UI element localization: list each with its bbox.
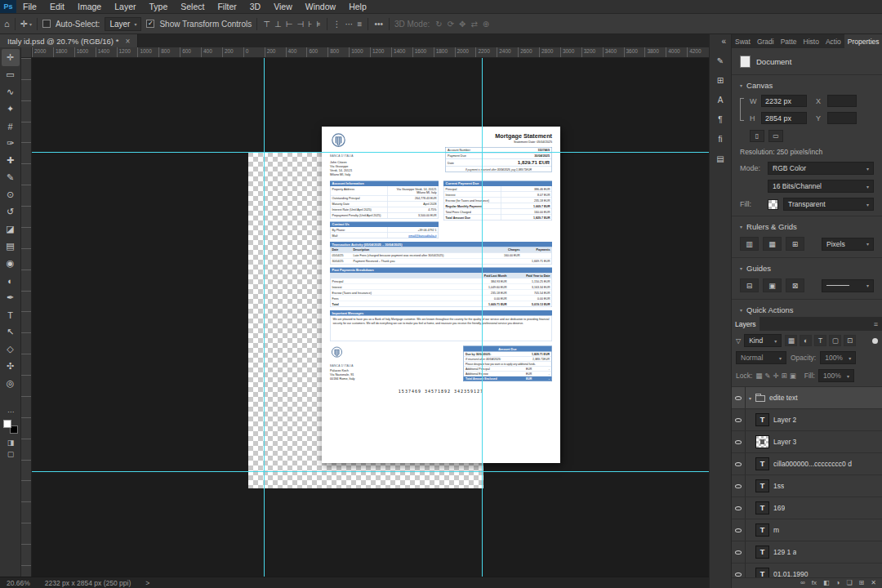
foreground-color-swatch[interactable] <box>3 420 11 428</box>
lasso-tool[interactable]: ∿ <box>2 83 20 100</box>
horizontal-guide[interactable] <box>32 471 709 472</box>
color-mode-dropdown[interactable]: RGB Color ▾ <box>768 162 874 175</box>
layer-visibility-toggle[interactable] <box>732 475 746 497</box>
screen-mode-icon[interactable]: ▢ <box>7 450 15 458</box>
paragraph-panel-icon[interactable]: ¶ <box>718 115 722 124</box>
rulers-grids-section-header[interactable]: ▾ Rulers & Grids <box>740 216 874 236</box>
status-options-arrow[interactable]: > <box>145 579 149 587</box>
lock-position-icon[interactable]: ✛ <box>773 372 778 380</box>
edit-toolbar-icon[interactable]: ⋯ <box>7 408 14 416</box>
layer-effects-icon[interactable]: fx <box>812 580 817 586</box>
menu-item[interactable]: File <box>16 0 43 14</box>
ruler-origin-corner[interactable] <box>21 47 32 58</box>
toggle-snap-icon[interactable]: ⊞ <box>786 237 804 251</box>
layer-visibility-toggle[interactable] <box>732 387 746 408</box>
vertical-ruler[interactable] <box>21 58 32 577</box>
more-options-icon[interactable]: ••• <box>373 20 384 29</box>
layer-row[interactable]: ▾ T Layer 3 <box>732 431 882 453</box>
path-selection-tool[interactable]: ↖ <box>2 323 20 341</box>
blur-tool[interactable]: ◉ <box>2 255 20 272</box>
move-tool[interactable]: ✛ <box>2 49 20 66</box>
libraries-panel-icon[interactable]: ▤ <box>716 154 724 163</box>
panel-tab[interactable]: Swat <box>732 34 754 48</box>
quick-mask-icon[interactable]: ◨ <box>7 439 15 447</box>
distribute-horizontal-icon[interactable]: ⋯ <box>345 20 354 29</box>
dodge-tool[interactable]: ◐ <box>2 272 20 289</box>
align-bottom-edges-icon[interactable]: ⊧ <box>315 20 321 29</box>
layer-row[interactable]: ▾ T 169 <box>732 497 882 519</box>
layer-visibility-toggle[interactable] <box>732 519 746 541</box>
clear-guides-icon[interactable]: ⊠ <box>786 278 804 292</box>
horizontal-ruler[interactable]: 2000180016001400120010008006004002000200… <box>32 47 709 58</box>
panel-tab[interactable]: Properties <box>844 34 882 48</box>
align-top-edges-icon[interactable]: ⊤ <box>262 20 271 29</box>
menu-item[interactable]: Type <box>142 0 174 14</box>
align-left-edges-icon[interactable]: ⊢ <box>285 20 294 29</box>
document-tab[interactable]: Italy id.psd @ 20.7% (RGB/16) * × <box>0 34 138 47</box>
link-layers-icon[interactable]: ∞ <box>800 580 805 586</box>
toggle-rulers-icon[interactable]: ▥ <box>740 237 759 251</box>
pen-tool[interactable]: ✒ <box>2 289 20 306</box>
fill-dropdown[interactable]: Transparent ▾ <box>783 198 874 211</box>
menu-item[interactable]: Image <box>71 0 108 14</box>
zoom-tool[interactable]: ◎ <box>2 375 20 392</box>
layer-mask-icon[interactable]: ◧ <box>823 580 830 586</box>
lock-pixels-icon[interactable]: ✎ <box>764 372 770 380</box>
character-panel-icon[interactable]: A <box>718 96 724 105</box>
filter-pixel-layers-icon[interactable]: ▦ <box>785 335 797 346</box>
layer-row[interactable]: ▾ T 01.01.1990 <box>732 564 882 577</box>
adjustment-layer-icon[interactable]: ◑ <box>836 580 840 586</box>
panel-tab[interactable]: Histo <box>800 34 822 48</box>
quick-selection-tool[interactable]: ✦ <box>2 100 20 118</box>
lock-artboard-icon[interactable]: ⊞ <box>782 372 787 380</box>
layer-row[interactable]: ▾ T Layer 2 <box>732 409 882 431</box>
canvas-viewport[interactable]: BANCA D'ITALIA John CitizenVia GiuseppeV… <box>32 58 709 577</box>
filter-smart-objects-icon[interactable]: ⊡ <box>844 335 856 346</box>
canvas-section-header[interactable]: ▾ Canvas <box>740 75 874 95</box>
delete-layer-icon[interactable]: ✕ <box>871 580 876 586</box>
panel-menu-icon[interactable]: ≡ <box>870 317 882 331</box>
menu-item[interactable]: 3D <box>243 0 267 14</box>
menu-item[interactable]: Edit <box>43 0 71 14</box>
crop-tool[interactable]: # <box>2 118 20 135</box>
close-icon[interactable]: × <box>125 37 130 46</box>
menu-item[interactable]: Filter <box>211 0 243 14</box>
color-swatches[interactable] <box>3 420 18 434</box>
history-brush-tool[interactable]: ↺ <box>2 203 20 220</box>
vertical-guide[interactable] <box>482 58 483 577</box>
distribute-vertical-icon[interactable]: ⋮ <box>332 20 342 29</box>
brushes-panel-icon[interactable]: ✎ <box>717 56 724 65</box>
filter-adjustment-layers-icon[interactable]: ◐ <box>800 335 812 346</box>
bit-depth-dropdown[interactable]: 16 Bits/Channel ▾ <box>768 180 874 193</box>
guide-style-dropdown[interactable]: ▾ <box>822 279 874 292</box>
layer-row[interactable]: ▾ T m <box>732 519 882 541</box>
layer-visibility-toggle[interactable] <box>732 564 746 577</box>
new-layer-icon[interactable]: ⊞ <box>859 580 865 586</box>
layer-visibility-toggle[interactable] <box>732 453 746 474</box>
layer-group-icon[interactable]: ❏ <box>846 580 852 586</box>
panel-tab[interactable]: Actio <box>822 34 844 48</box>
menu-item[interactable]: View <box>267 0 299 14</box>
guides-section-header[interactable]: ▾ Guides <box>740 258 874 278</box>
portrait-orientation-button[interactable]: ▯ <box>750 130 764 142</box>
align-vertical-centers-icon[interactable]: ⊥ <box>274 20 283 29</box>
toggle-guides-icon[interactable]: ⊟ <box>740 278 759 292</box>
menu-item[interactable]: Select <box>174 0 211 14</box>
hand-tool[interactable]: ✣ <box>2 358 20 375</box>
horizontal-guide[interactable] <box>32 152 709 153</box>
layer-visibility-toggle[interactable] <box>732 409 746 430</box>
toggle-grid-icon[interactable]: ▦ <box>763 237 782 251</box>
expand-panels-icon[interactable]: « <box>721 37 731 46</box>
brush-tool[interactable]: ✎ <box>2 169 20 186</box>
clone-stamp-tool[interactable]: ⊙ <box>2 186 20 203</box>
width-field[interactable]: 2232 px <box>761 95 807 107</box>
panel-tab[interactable]: Patte <box>777 34 800 48</box>
layer-row[interactable]: ▾ T 129 1 a <box>732 541 882 564</box>
eyedropper-tool[interactable]: ✑ <box>2 135 20 152</box>
fill-opacity-field[interactable]: 100% ▾ <box>818 369 854 382</box>
home-icon[interactable]: ⌂ <box>4 19 10 29</box>
vertical-guide[interactable] <box>264 58 265 577</box>
healing-brush-tool[interactable]: ✚ <box>2 152 20 169</box>
fill-swatch[interactable] <box>768 199 778 210</box>
height-field[interactable]: 2854 px <box>761 112 807 124</box>
